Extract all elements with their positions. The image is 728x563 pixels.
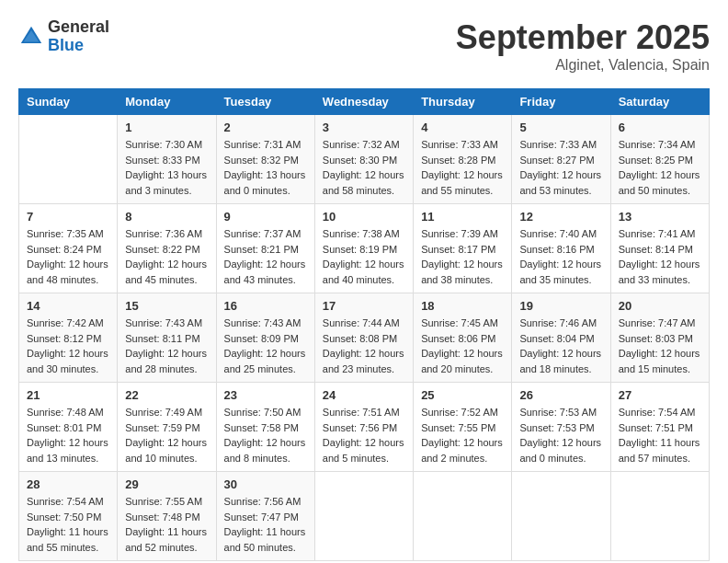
title-block: September 2025 Alginet, Valencia, Spain [456,18,710,74]
day-info: Sunrise: 7:43 AMSunset: 8:11 PMDaylight:… [125,316,208,376]
day-info: Sunrise: 7:50 AMSunset: 7:58 PMDaylight:… [224,405,307,465]
calendar-cell: 8 Sunrise: 7:36 AMSunset: 8:22 PMDayligh… [118,204,216,293]
logo-icon [18,24,44,50]
day-number: 25 [421,388,504,402]
day-info: Sunrise: 7:45 AMSunset: 8:06 PMDaylight:… [421,316,504,376]
calendar-week-1: 1 Sunrise: 7:30 AMSunset: 8:33 PMDayligh… [19,115,710,204]
day-number: 26 [519,388,602,402]
day-info: Sunrise: 7:34 AMSunset: 8:25 PMDaylight:… [619,137,701,198]
day-number: 4 [421,121,504,134]
day-number: 20 [619,299,701,313]
day-number: 24 [323,388,405,402]
day-info: Sunrise: 7:31 AMSunset: 8:32 PMDaylight:… [224,137,307,198]
day-number: 3 [323,121,405,134]
col-tuesday: Tuesday [216,89,314,115]
day-number: 15 [125,299,208,313]
day-number: 18 [421,299,504,313]
calendar-cell: 6 Sunrise: 7:34 AMSunset: 8:25 PMDayligh… [610,115,709,204]
day-number: 13 [619,210,701,224]
day-number: 11 [421,210,504,224]
day-info: Sunrise: 7:42 AMSunset: 8:12 PMDaylight:… [27,316,109,376]
calendar-cell: 27 Sunrise: 7:54 AMSunset: 7:51 PMDaylig… [610,383,709,472]
day-info: Sunrise: 7:43 AMSunset: 8:09 PMDaylight:… [224,316,307,376]
day-info: Sunrise: 7:49 AMSunset: 7:59 PMDaylight:… [125,405,208,465]
calendar-cell: 13 Sunrise: 7:41 AMSunset: 8:14 PMDaylig… [610,204,709,293]
calendar-cell: 9 Sunrise: 7:37 AMSunset: 8:21 PMDayligh… [216,204,314,293]
day-number: 10 [323,210,405,224]
day-number: 12 [519,210,602,224]
day-info: Sunrise: 7:51 AMSunset: 7:56 PMDaylight:… [323,405,405,465]
day-info: Sunrise: 7:44 AMSunset: 8:08 PMDaylight:… [323,316,405,376]
calendar-cell: 14 Sunrise: 7:42 AMSunset: 8:12 PMDaylig… [19,293,118,383]
calendar-cell: 18 Sunrise: 7:45 AMSunset: 8:06 PMDaylig… [414,293,512,383]
day-info: Sunrise: 7:39 AMSunset: 8:17 PMDaylight:… [421,226,504,287]
day-number: 30 [224,477,307,491]
day-info: Sunrise: 7:46 AMSunset: 8:04 PMDaylight:… [519,316,602,376]
day-info: Sunrise: 7:40 AMSunset: 8:16 PMDaylight:… [519,226,602,287]
calendar-cell: 17 Sunrise: 7:44 AMSunset: 8:08 PMDaylig… [314,293,413,383]
calendar-cell: 2 Sunrise: 7:31 AMSunset: 8:32 PMDayligh… [216,115,314,204]
day-info: Sunrise: 7:30 AMSunset: 8:33 PMDaylight:… [125,137,208,198]
day-info: Sunrise: 7:32 AMSunset: 8:30 PMDaylight:… [323,137,405,198]
day-number: 7 [27,210,109,224]
calendar-cell: 26 Sunrise: 7:53 AMSunset: 7:53 PMDaylig… [512,383,610,472]
page-header: General Blue September 2025 Alginet, Val… [18,18,710,74]
location: Alginet, Valencia, Spain [456,57,710,74]
day-info: Sunrise: 7:52 AMSunset: 7:55 PMDaylight:… [421,405,504,465]
logo-text-blue: Blue [48,36,84,54]
day-number: 17 [323,299,405,313]
day-info: Sunrise: 7:53 AMSunset: 7:53 PMDaylight:… [519,405,602,465]
calendar-cell: 3 Sunrise: 7:32 AMSunset: 8:30 PMDayligh… [314,115,413,204]
day-info: Sunrise: 7:48 AMSunset: 8:01 PMDaylight:… [27,405,109,465]
day-number: 28 [27,477,109,491]
day-info: Sunrise: 7:38 AMSunset: 8:19 PMDaylight:… [323,226,405,287]
day-info: Sunrise: 7:33 AMSunset: 8:28 PMDaylight:… [421,137,504,198]
calendar-cell: 19 Sunrise: 7:46 AMSunset: 8:04 PMDaylig… [512,293,610,383]
day-number: 8 [125,210,208,224]
col-friday: Friday [512,89,610,115]
day-info: Sunrise: 7:54 AMSunset: 7:50 PMDaylight:… [27,494,109,555]
day-number: 1 [125,121,208,134]
calendar-week-3: 14 Sunrise: 7:42 AMSunset: 8:12 PMDaylig… [19,293,710,383]
col-saturday: Saturday [610,89,709,115]
calendar-cell [512,472,610,561]
month-title: September 2025 [456,18,710,57]
calendar-week-5: 28 Sunrise: 7:54 AMSunset: 7:50 PMDaylig… [19,472,710,561]
calendar-cell [19,115,118,204]
calendar-body: 1 Sunrise: 7:30 AMSunset: 8:33 PMDayligh… [19,115,710,561]
day-info: Sunrise: 7:36 AMSunset: 8:22 PMDaylight:… [125,226,208,287]
day-number: 5 [519,121,602,134]
calendar-cell: 7 Sunrise: 7:35 AMSunset: 8:24 PMDayligh… [19,204,118,293]
day-number: 19 [519,299,602,313]
weekday-row: Sunday Monday Tuesday Wednesday Thursday… [19,89,710,115]
day-info: Sunrise: 7:37 AMSunset: 8:21 PMDaylight:… [224,226,307,287]
day-number: 29 [125,477,208,491]
day-info: Sunrise: 7:55 AMSunset: 7:48 PMDaylight:… [125,494,208,555]
calendar-cell: 25 Sunrise: 7:52 AMSunset: 7:55 PMDaylig… [414,383,512,472]
calendar-header: Sunday Monday Tuesday Wednesday Thursday… [19,89,710,115]
day-number: 22 [125,388,208,402]
col-monday: Monday [118,89,216,115]
calendar-week-2: 7 Sunrise: 7:35 AMSunset: 8:24 PMDayligh… [19,204,710,293]
day-number: 6 [619,121,701,134]
day-number: 2 [224,121,307,134]
calendar-cell [610,472,709,561]
calendar-cell: 28 Sunrise: 7:54 AMSunset: 7:50 PMDaylig… [19,472,118,561]
logo-text-general: General [48,17,109,36]
calendar-cell: 4 Sunrise: 7:33 AMSunset: 8:28 PMDayligh… [414,115,512,204]
calendar-week-4: 21 Sunrise: 7:48 AMSunset: 8:01 PMDaylig… [19,383,710,472]
calendar-cell: 12 Sunrise: 7:40 AMSunset: 8:16 PMDaylig… [512,204,610,293]
calendar-cell: 29 Sunrise: 7:55 AMSunset: 7:48 PMDaylig… [118,472,216,561]
col-sunday: Sunday [19,89,118,115]
calendar-cell: 16 Sunrise: 7:43 AMSunset: 8:09 PMDaylig… [216,293,314,383]
calendar-cell: 30 Sunrise: 7:56 AMSunset: 7:47 PMDaylig… [216,472,314,561]
calendar-cell [414,472,512,561]
day-number: 23 [224,388,307,402]
day-number: 14 [27,299,109,313]
calendar-cell [314,472,413,561]
day-info: Sunrise: 7:54 AMSunset: 7:51 PMDaylight:… [619,405,701,465]
calendar-cell: 23 Sunrise: 7:50 AMSunset: 7:58 PMDaylig… [216,383,314,472]
day-info: Sunrise: 7:33 AMSunset: 8:27 PMDaylight:… [519,137,602,198]
logo: General Blue [18,18,109,55]
calendar-cell: 24 Sunrise: 7:51 AMSunset: 7:56 PMDaylig… [314,383,413,472]
